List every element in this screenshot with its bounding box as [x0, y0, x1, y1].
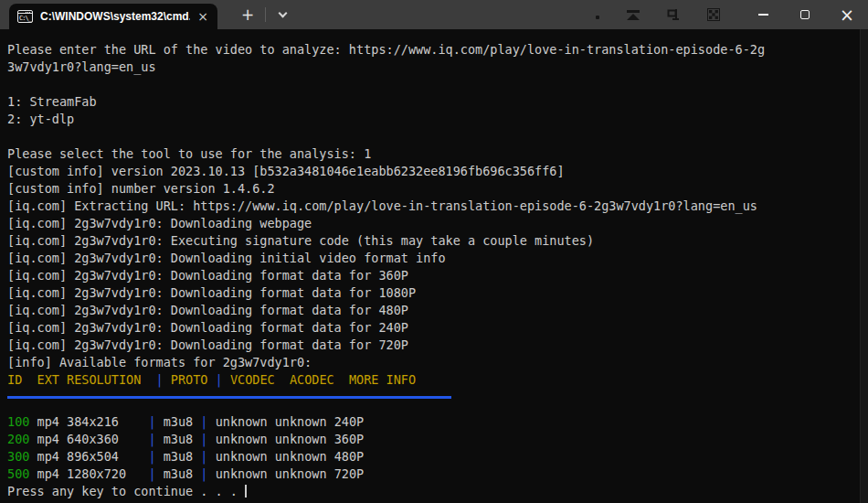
chevron-down-icon: [278, 8, 287, 17]
text-segment: 200: [7, 432, 29, 446]
text-segment: |: [200, 449, 207, 464]
text-segment: |: [200, 414, 207, 429]
tab-dropdown-button[interactable]: [270, 0, 295, 29]
text-segment: [iq.com] 2g3w7vdy1r0: Downloading format…: [7, 337, 408, 352]
text-segment: Press any key to continue . . .: [7, 484, 245, 498]
text-segment: m3u8: [156, 466, 201, 481]
terminal-line: [iq.com] Extracting URL: https://www.iq.…: [7, 198, 859, 215]
titlebar-drag-region: [295, 0, 594, 29]
text-segment: unknown unknown 480P: [208, 449, 365, 464]
minimize-button[interactable]: [742, 0, 784, 29]
terminal-line: 2: yt-dlp: [7, 111, 859, 128]
table-separator-rule: [7, 396, 451, 399]
text-segment: [iq.com] 2g3w7vdy1r0: Downloading format…: [7, 320, 408, 335]
tab-cmd[interactable]: C:\_ C:\WINDOWS\system32\cmd. ×: [9, 4, 217, 29]
close-icon: ×: [840, 6, 854, 24]
text-segment: PROTO: [164, 372, 216, 387]
cmd-icon: C:\_: [17, 10, 33, 23]
cmd-icon-prompt: C:\_: [19, 15, 31, 22]
cmd-icon-titlebar: [18, 11, 32, 14]
text-segment: |: [216, 372, 223, 387]
text-segment: unknown unknown 720P: [208, 466, 365, 481]
flag-icon: [665, 6, 682, 23]
text-segment: |: [156, 372, 164, 387]
terminal-line: [7, 128, 859, 145]
text-segment: mp4 896x504: [29, 449, 148, 464]
minimize-icon: [758, 14, 768, 16]
title-bar: C:\_ C:\WINDOWS\system32\cmd. × +: [0, 0, 868, 29]
terminal-window: C:\_ C:\WINDOWS\system32\cmd. × +: [0, 0, 868, 503]
text-segment: |: [148, 432, 155, 446]
text-segment: [iq.com] 2g3w7vdy1r0: Executing signatur…: [7, 233, 594, 248]
text-segment: [iq.com] 2g3w7vdy1r0: Downloading webpag…: [7, 216, 312, 230]
text-segment: mp4 384x216: [29, 414, 148, 429]
text-segment: |: [148, 414, 155, 429]
text-segment: [custom info] version 2023.10.13 [b532a3…: [7, 164, 565, 178]
maximize-icon: [800, 10, 810, 19]
terminal-line: Please enter the URL of the video to ana…: [7, 41, 859, 59]
text-segment: [custom info] number version 1.4.6.2: [7, 181, 275, 196]
table-header-row: ID EXT RESOLUTION | PROTO | VCODEC ACODE…: [7, 371, 859, 389]
text-segment: [iq.com] 2g3w7vdy1r0: Downloading format…: [7, 268, 408, 283]
text-segment: VCODEC ACODEC MORE INFO: [223, 372, 416, 387]
terminal-body[interactable]: Please enter the URL of the video to ana…: [0, 29, 868, 503]
tab-bar-divider: [265, 7, 266, 22]
terminal-line: [custom info] version 2023.10.13 [b532a3…: [7, 163, 859, 180]
tab-close-button[interactable]: ×: [196, 10, 210, 23]
text-segment: unknown unknown 240P: [208, 414, 365, 429]
text-segment: [iq.com] 2g3w7vdy1r0: Downloading format…: [7, 285, 416, 300]
close-button[interactable]: ×: [826, 0, 868, 29]
text-segment: ID EXT RESOLUTION: [7, 372, 156, 387]
terminal-line: [iq.com] 2g3w7vdy1r0: Executing signatur…: [7, 232, 859, 250]
text-segment: 100: [7, 414, 29, 429]
text-segment: 3w7vdy1r0?lang=en_us: [7, 59, 156, 74]
scrollbar[interactable]: [860, 29, 868, 503]
table-row: 500 mp4 1280x720 | m3u8 | unknown unknow…: [7, 466, 859, 483]
text-segment: |: [200, 432, 207, 446]
text-segment: |: [148, 466, 155, 481]
text-segment: 1: StreamFab: [7, 94, 97, 109]
dot-icon: [594, 6, 601, 23]
text-segment: 500: [7, 466, 29, 481]
terminal-line: 1: StreamFab: [7, 93, 859, 111]
text-segment: |: [148, 449, 155, 464]
terminal-line: [iq.com] 2g3w7vdy1r0: Downloading format…: [7, 337, 859, 354]
text-segment: m3u8: [156, 432, 201, 446]
terminal-line: Please select the tool to use for the an…: [7, 145, 859, 163]
text-segment: m3u8: [156, 414, 201, 429]
terminal-line: [iq.com] 2g3w7vdy1r0: Downloading initia…: [7, 250, 859, 267]
terminal-line: 3w7vdy1r0?lang=en_us: [7, 59, 859, 76]
text-segment: mp4 1280x720: [29, 466, 148, 481]
tab-title: C:\WINDOWS\system32\cmd.: [40, 10, 190, 23]
text-segment: |: [200, 466, 207, 481]
text-segment: mp4 640x360: [29, 432, 148, 446]
text-segment: [iq.com] Extracting URL: https://www.iq.…: [7, 198, 757, 213]
text-segment: 2: yt-dlp: [7, 112, 74, 126]
table-row: 300 mp4 896x504 | m3u8 | unknown unknown…: [7, 448, 859, 466]
text-segment: 300: [7, 449, 29, 464]
terminal-line: [7, 396, 859, 413]
text-segment: unknown unknown 360P: [208, 432, 365, 446]
maximize-button[interactable]: [784, 0, 826, 29]
table-row: 200 mp4 640x360 | m3u8 | unknown unknown…: [7, 431, 859, 448]
eject-icon: [625, 6, 641, 23]
text-segment: [iq.com] 2g3w7vdy1r0: Downloading format…: [7, 303, 408, 317]
text-segment: Please select the tool to use for the an…: [7, 146, 371, 161]
terminal-line: [iq.com] 2g3w7vdy1r0: Downloading format…: [7, 319, 859, 337]
terminal-line: [iq.com] 2g3w7vdy1r0: Downloading webpag…: [7, 215, 859, 232]
new-tab-button[interactable]: +: [234, 0, 261, 29]
text-segment: [info] Available formats for 2g3w7vdy1r0…: [7, 355, 312, 369]
text-segment: [iq.com] 2g3w7vdy1r0: Downloading initia…: [7, 251, 446, 265]
terminal-line: [info] Available formats for 2g3w7vdy1r0…: [7, 354, 859, 371]
checkerboard-icon: [705, 6, 722, 23]
terminal-line: [iq.com] 2g3w7vdy1r0: Downloading format…: [7, 284, 859, 302]
text-segment: Please enter the URL of the video to ana…: [7, 42, 765, 57]
terminal-line: [iq.com] 2g3w7vdy1r0: Downloading format…: [7, 302, 859, 319]
terminal-line: [iq.com] 2g3w7vdy1r0: Downloading format…: [7, 267, 859, 284]
table-row: 100 mp4 384x216 | m3u8 | unknown unknown…: [7, 413, 859, 431]
text-segment: m3u8: [156, 449, 201, 464]
text-cursor: [245, 485, 247, 498]
terminal-line: [7, 76, 859, 93]
terminal-line: [custom info] number version 1.4.6.2: [7, 180, 859, 198]
prompt-line: Press any key to continue . . .: [7, 483, 859, 500]
